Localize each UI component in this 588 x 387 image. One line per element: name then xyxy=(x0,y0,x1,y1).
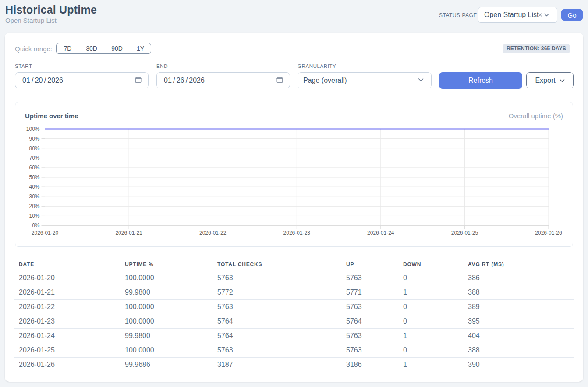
svg-text:90%: 90% xyxy=(29,136,39,142)
svg-text:80%: 80% xyxy=(29,145,39,151)
svg-text:2026-01-24: 2026-01-24 xyxy=(367,230,394,236)
svg-text:70%: 70% xyxy=(29,155,39,161)
svg-text:2026-01-20: 2026-01-20 xyxy=(32,230,59,236)
svg-text:0%: 0% xyxy=(32,222,40,229)
svg-text:2026-01-22: 2026-01-22 xyxy=(199,230,227,236)
svg-text:2026-01-23: 2026-01-23 xyxy=(283,230,311,236)
svg-text:2026-01-25: 2026-01-25 xyxy=(451,230,478,236)
svg-text:50%: 50% xyxy=(29,174,39,180)
svg-text:30%: 30% xyxy=(29,194,39,200)
svg-text:40%: 40% xyxy=(29,184,39,190)
svg-text:20%: 20% xyxy=(29,203,39,209)
svg-text:100%: 100% xyxy=(26,126,40,132)
svg-text:10%: 10% xyxy=(29,213,39,219)
svg-text:2026-01-21: 2026-01-21 xyxy=(115,230,142,236)
svg-text:2026-01-26: 2026-01-26 xyxy=(535,230,562,236)
svg-text:60%: 60% xyxy=(29,165,39,171)
